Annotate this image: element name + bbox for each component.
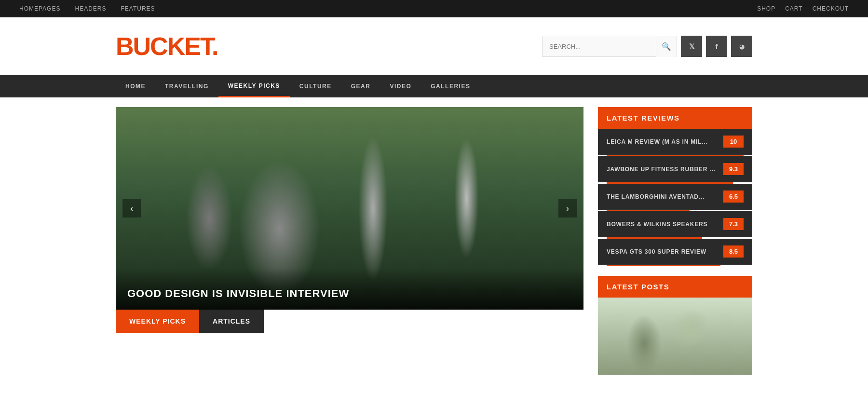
- review-item-3[interactable]: BOWERS & WILKINS SPEAKERS 7.3: [598, 211, 752, 237]
- score-bar-4: [607, 265, 720, 266]
- sidebar: LATEST REVIEWS LEICA M REVIEW (M AS IN M…: [598, 107, 752, 384]
- twitter-button[interactable]: 𝕏: [681, 36, 702, 57]
- nav-travelling[interactable]: TRAVELLING: [155, 75, 218, 97]
- latest-posts-section: LATEST POSTS: [598, 276, 752, 375]
- header: BUCKET. 🔍 𝕏 f ◕: [0, 17, 868, 75]
- nav-home[interactable]: HOME: [116, 75, 155, 97]
- review-score-4: 8.5: [723, 245, 744, 258]
- nav-culture[interactable]: CULTURE: [290, 75, 341, 97]
- nav-galleries[interactable]: GALLERIES: [421, 75, 480, 97]
- review-title-2: THE LAMBORGHINI AVENTAD...: [607, 193, 719, 200]
- rss-icon: ◕: [739, 43, 745, 50]
- review-score-3: 7.3: [723, 218, 744, 230]
- nav-video[interactable]: VIDEO: [380, 75, 421, 97]
- review-score-0: 10: [723, 136, 744, 148]
- nav-weekly-picks[interactable]: WEEKLY PICKS: [218, 75, 290, 97]
- topbar-link-headers[interactable]: HEADERS: [75, 5, 106, 12]
- topbar-link-cart[interactable]: CART: [785, 5, 802, 12]
- review-item-1[interactable]: JAWBONE UP FITNESS RUBBER ... 9.3: [598, 156, 752, 182]
- topbar-link-shop[interactable]: SHOP: [757, 5, 775, 12]
- hero-title: GOOD DESIGN IS INVISIBLE INTERVIEW: [127, 287, 572, 300]
- review-title-0: LEICA M REVIEW (M AS IN MIL...: [607, 138, 719, 145]
- review-item-4[interactable]: VESPA GTS 300 SUPER REVIEW 8.5: [598, 239, 752, 265]
- topbar-link-homepages[interactable]: HOMEPAGES: [19, 5, 60, 12]
- slider-next-button[interactable]: ›: [558, 199, 577, 218]
- topbar-link-checkout[interactable]: CHECKOUT: [813, 5, 849, 12]
- top-bar: HOMEPAGES HEADERS FEATURES SHOP CART CHE…: [0, 0, 868, 17]
- twitter-icon: 𝕏: [689, 42, 694, 50]
- review-title-4: VESPA GTS 300 SUPER REVIEW: [607, 248, 719, 255]
- rss-button[interactable]: ◕: [731, 36, 752, 57]
- search-box: 🔍: [542, 36, 677, 57]
- tab-weekly-picks[interactable]: WEEKLY PICKS: [116, 310, 199, 333]
- latest-reviews-header: LATEST REVIEWS: [598, 107, 752, 129]
- latest-reviews-section: LATEST REVIEWS LEICA M REVIEW (M AS IN M…: [598, 107, 752, 266]
- top-bar-left-links: HOMEPAGES HEADERS FEATURES: [19, 5, 155, 12]
- review-title-3: BOWERS & WILKINS SPEAKERS: [607, 221, 719, 228]
- facebook-icon: f: [716, 42, 718, 51]
- search-input[interactable]: [542, 36, 656, 56]
- latest-posts-image: [598, 298, 752, 375]
- content-area: ‹ › GOOD DESIGN IS INVISIBLE INTERVIEW W…: [0, 97, 868, 394]
- slider-prev-button[interactable]: ‹: [122, 199, 141, 218]
- hero-slider: ‹ › GOOD DESIGN IS INVISIBLE INTERVIEW: [116, 107, 583, 310]
- chevron-right-icon: ›: [566, 204, 569, 214]
- review-title-1: JAWBONE UP FITNESS RUBBER ...: [607, 166, 719, 173]
- topbar-link-features[interactable]: FEATURES: [121, 5, 155, 12]
- tabs-row: WEEKLY PICKS ARTICLES: [116, 310, 583, 333]
- tab-articles[interactable]: ARTICLES: [199, 310, 264, 333]
- main-nav: HOME TRAVELLING WEEKLY PICKS CULTURE GEA…: [0, 75, 868, 97]
- search-button[interactable]: 🔍: [656, 36, 677, 57]
- review-item-0[interactable]: LEICA M REVIEW (M AS IN MIL... 10: [598, 129, 752, 155]
- latest-posts-header: LATEST POSTS: [598, 276, 752, 298]
- facebook-button[interactable]: f: [706, 36, 727, 57]
- main-column: ‹ › GOOD DESIGN IS INVISIBLE INTERVIEW W…: [116, 107, 583, 384]
- review-score-2: 6.5: [723, 190, 744, 203]
- chevron-left-icon: ‹: [130, 204, 133, 214]
- search-icon: 🔍: [662, 42, 671, 51]
- review-item-2[interactable]: THE LAMBORGHINI AVENTAD... 6.5: [598, 184, 752, 210]
- nav-gear[interactable]: GEAR: [341, 75, 380, 97]
- header-right: 🔍 𝕏 f ◕: [542, 36, 752, 57]
- hero-caption: GOOD DESIGN IS INVISIBLE INTERVIEW: [116, 268, 583, 310]
- top-bar-right-links: SHOP CART CHECKOUT: [757, 5, 849, 12]
- logo: BUCKET.: [116, 32, 217, 61]
- review-score-1: 9.3: [723, 163, 744, 175]
